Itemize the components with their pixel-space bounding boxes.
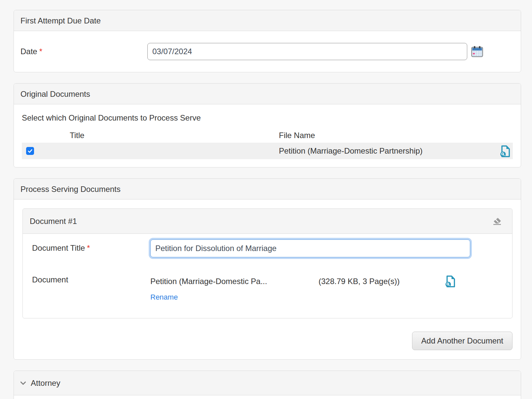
document-1-card-body: Document Title* Document Petition (Marri… bbox=[23, 234, 512, 318]
required-asterisk: * bbox=[39, 47, 42, 56]
document-title-input[interactable] bbox=[150, 239, 470, 257]
chevron-down-icon[interactable] bbox=[20, 381, 26, 385]
document-preview-icon[interactable] bbox=[500, 145, 512, 158]
document-label: Document bbox=[32, 271, 150, 302]
row-file-name: Petition (Marriage-Domestic Partnership) bbox=[279, 143, 423, 159]
original-documents-instruction: Select which Original Documents to Proce… bbox=[22, 113, 513, 123]
document-title-label: Document Title* bbox=[32, 239, 150, 257]
panel-title-attorney: Attorney bbox=[31, 378, 60, 388]
rename-link[interactable]: Rename bbox=[150, 293, 178, 302]
date-input[interactable] bbox=[147, 43, 467, 60]
panel-title-process-serving-documents: Process Serving Documents bbox=[14, 179, 521, 200]
eraser-icon[interactable] bbox=[493, 217, 502, 225]
column-header-file-name: File Name bbox=[279, 131, 315, 140]
attorney-panel-header[interactable]: Attorney bbox=[14, 371, 521, 395]
process-serving-documents-panel: Process Serving Documents Document #1 bbox=[14, 178, 521, 360]
original-documents-table: Title File Name Petition (Marriage-Domes… bbox=[22, 127, 513, 159]
document-1-title: Document #1 bbox=[30, 216, 77, 226]
attorney-body bbox=[14, 395, 521, 399]
document-file-meta: (328.79 KB, 3 Page(s)) bbox=[319, 277, 445, 286]
original-documents-body: Select which Original Documents to Proce… bbox=[14, 104, 521, 167]
add-document-row: Add Another Document bbox=[22, 332, 513, 350]
document-value: Petition (Marriage-Domestic Pa... (328.7… bbox=[150, 271, 512, 302]
document-title-row: Document Title* bbox=[32, 239, 512, 257]
attorney-panel: Attorney bbox=[14, 371, 521, 399]
first-attempt-due-date-panel: First Attempt Due Date Date* bbox=[14, 10, 521, 72]
original-documents-panel: Original Documents Select which Original… bbox=[14, 83, 521, 167]
document-row: Document Petition (Marriage-Domestic Pa.… bbox=[32, 271, 512, 302]
date-label: Date* bbox=[20, 47, 147, 56]
first-attempt-body: Date* bbox=[14, 31, 521, 72]
column-header-title: Title bbox=[70, 131, 84, 140]
document-preview-icon[interactable] bbox=[445, 275, 457, 288]
form-content: First Attempt Due Date Date* bbox=[14, 10, 521, 399]
document-file-name: Petition (Marriage-Domestic Pa... bbox=[150, 277, 319, 286]
add-another-document-button[interactable]: Add Another Document bbox=[412, 332, 513, 350]
calendar-icon[interactable] bbox=[471, 46, 483, 57]
panel-title-original-documents: Original Documents bbox=[14, 84, 521, 104]
table-row: Petition (Marriage-Domestic Partnership) bbox=[22, 143, 513, 159]
original-document-checkbox[interactable] bbox=[26, 147, 34, 155]
panel-title-first-attempt-due-date: First Attempt Due Date bbox=[14, 10, 521, 31]
process-serving-body: Document #1 Document Title* bbox=[14, 200, 521, 359]
document-1-card: Document #1 Document Title* bbox=[22, 208, 513, 318]
document-file-line: Petition (Marriage-Domestic Pa... (328.7… bbox=[150, 275, 512, 288]
document-1-card-header: Document #1 bbox=[23, 209, 512, 234]
table-header-row: Title File Name bbox=[22, 127, 513, 143]
required-asterisk: * bbox=[87, 243, 90, 252]
